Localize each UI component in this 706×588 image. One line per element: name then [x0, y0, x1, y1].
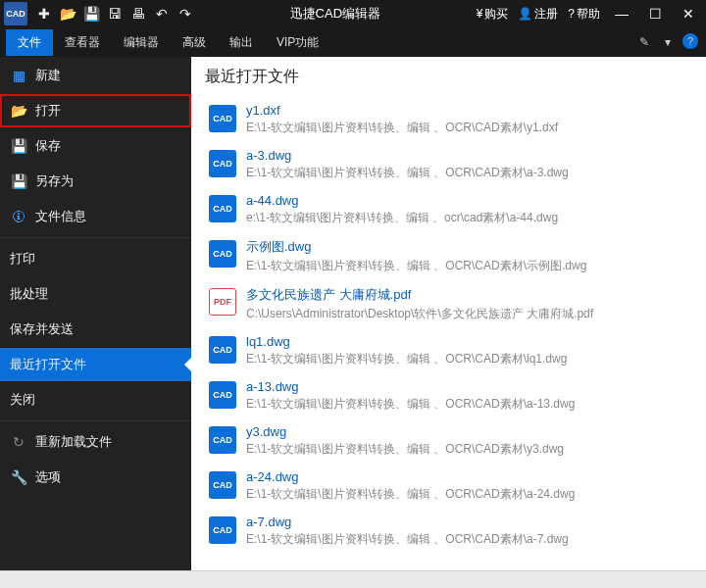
titlebar: CAD ✚ 📂 💾 🖫 🖶 ↶ ↷ 迅捷CAD编辑器 ¥购买 👤注册 ?帮助 ―…	[0, 0, 706, 27]
file-path: E:\1-软文编辑\图片资料\转换、编辑 、OCR\CAD素材\示例图.dwg	[246, 258, 688, 274]
file-row[interactable]: CADlq1.dwgE:\1-软文编辑\图片资料\转换、编辑 、OCR\CAD素…	[205, 328, 692, 373]
sidebar-item-10[interactable]: ↻重新加载文件	[0, 425, 191, 459]
main-panel: 最近打开文件 CADy1.dxfE:\1-软文编辑\图片资料\转换、编辑 、OC…	[191, 57, 706, 570]
statusbar	[0, 570, 706, 588]
file-row[interactable]: CADa-44.dwge:\1-软文编辑\图片资料\转换、编辑 、ocr\cad…	[205, 187, 692, 232]
file-path: E:\1-软文编辑\图片资料\转换、编辑 、OCR\CAD素材\y1.dxf	[246, 120, 688, 136]
save-icon[interactable]: 💾	[82, 5, 100, 23]
file-path: E:\1-软文编辑\图片资料\转换、编辑 、OCR\CAD素材\y3.dwg	[246, 441, 688, 458]
sidebar-item-3[interactable]: 💾另存为	[0, 165, 191, 198]
yen-icon: ¥	[477, 7, 483, 21]
sidebar-icon: ▦	[10, 67, 27, 84]
open-icon[interactable]: 📂	[59, 5, 76, 23]
redo-icon[interactable]: ↷	[176, 5, 194, 23]
file-row[interactable]: CADa-24.dwgE:\1-软文编辑\图片资料\转换、编辑 、OCR\CAD…	[205, 464, 692, 509]
sidebar-item-label: 打印	[10, 250, 35, 268]
menu-tab-1[interactable]: 查看器	[53, 29, 112, 56]
file-name: lq1.dwg	[246, 334, 688, 349]
file-row[interactable]: CADy1.dxfE:\1-软文编辑\图片资料\转换、编辑 、OCR\CAD素材…	[205, 97, 692, 142]
file-name: a-13.dwg	[246, 379, 688, 394]
file-path: E:\1-软文编辑\图片资料\转换、编辑 、OCR\CAD素材\a-13.dwg	[246, 396, 688, 413]
menu-tab-5[interactable]: VIP功能	[265, 29, 330, 56]
file-row[interactable]: PDF多文化民族遗产 大庸府城.pdfC:\Users\Administrato…	[205, 280, 692, 328]
cad-file-icon: CAD	[209, 336, 236, 364]
sidebar-icon: 💾	[10, 137, 27, 155]
file-path: E:\1-软文编辑\图片资料\转换、编辑 、OCR\CAD素材\a-7.dwg	[246, 531, 688, 548]
sidebar-item-7[interactable]: 保存并发送	[0, 313, 191, 346]
cad-file-icon: CAD	[209, 426, 236, 454]
user-icon: 👤	[518, 7, 532, 21]
sidebar-item-6[interactable]: 批处理	[0, 277, 191, 311]
print-icon[interactable]: 🖶	[129, 5, 147, 23]
quick-access-toolbar: ✚ 📂 💾 🖫 🖶 ↶ ↷	[35, 5, 194, 23]
cad-file-icon: CAD	[209, 471, 236, 499]
sidebar-item-label: 关闭	[10, 391, 35, 409]
dropdown-icon[interactable]: ▾	[659, 33, 677, 51]
cad-file-icon: CAD	[209, 195, 236, 222]
file-row[interactable]: CADy3.dwgE:\1-软文编辑\图片资料\转换、编辑 、OCR\CAD素材…	[205, 418, 692, 464]
sidebar-item-2[interactable]: 💾保存	[0, 129, 191, 163]
menu-tab-2[interactable]: 编辑器	[112, 29, 171, 56]
file-row[interactable]: CAD示例图.dwgE:\1-软文编辑\图片资料\转换、编辑 、OCR\CAD素…	[205, 232, 692, 280]
sidebar-item-1[interactable]: 📂打开	[0, 94, 191, 127]
file-name: a-44.dwg	[246, 193, 688, 208]
sidebar-icon: 🛈	[10, 208, 27, 225]
file-path: E:\1-软文编辑\图片资料\转换、编辑 、OCR\CAD素材\a-24.dwg	[246, 486, 688, 503]
menu-tab-4[interactable]: 输出	[218, 29, 265, 56]
edit-toolbar-icon[interactable]: ✎	[635, 33, 653, 51]
sidebar-icon: ↻	[10, 433, 27, 451]
sidebar-item-label: 重新加载文件	[35, 433, 112, 451]
sidebar-item-0[interactable]: ▦新建	[0, 59, 191, 92]
sidebar-item-label: 最近打开文件	[10, 356, 86, 373]
menu-tab-0[interactable]: 文件	[6, 29, 53, 56]
sidebar-icon: 💾	[10, 172, 27, 190]
save-as-icon[interactable]: 🖫	[106, 5, 124, 23]
sidebar-item-label: 保存并发送	[10, 320, 74, 338]
sidebar-item-label: 新建	[35, 67, 61, 84]
sidebar-item-5[interactable]: 打印	[0, 242, 191, 275]
file-row[interactable]: CADa-7.dwgE:\1-软文编辑\图片资料\转换、编辑 、OCR\CAD素…	[205, 509, 692, 554]
sidebar-item-label: 选项	[35, 468, 61, 486]
main-heading: 最近打开文件	[191, 57, 706, 93]
file-row[interactable]: CADa-3.dwgE:\1-软文编辑\图片资料\转换、编辑 、OCR\CAD素…	[205, 142, 692, 187]
file-name: 多文化民族遗产 大庸府城.pdf	[246, 286, 688, 304]
pdf-file-icon: PDF	[209, 288, 236, 316]
sidebar-item-label: 文件信息	[35, 208, 86, 225]
cad-file-icon: CAD	[209, 516, 236, 544]
app-logo-icon: CAD	[4, 2, 27, 25]
sidebar-icon: 📂	[10, 102, 27, 120]
help-button[interactable]: ?帮助	[568, 6, 600, 23]
maximize-button[interactable]: ☐	[643, 4, 667, 24]
file-path: C:\Users\Administrator\Desktop\软件\多文化民族遗…	[246, 306, 688, 322]
sidebar-item-label: 批处理	[10, 285, 48, 303]
cad-file-icon: CAD	[209, 150, 236, 177]
undo-icon[interactable]: ↶	[153, 5, 171, 23]
file-name: a-7.dwg	[246, 514, 688, 529]
question-icon: ?	[568, 7, 575, 21]
app-title: 迅捷CAD编辑器	[194, 5, 477, 23]
menu-tab-3[interactable]: 高级	[171, 29, 218, 56]
sidebar: ▦新建📂打开💾保存💾另存为🛈文件信息打印批处理保存并发送最近打开文件关闭↻重新加…	[0, 57, 191, 570]
file-path: E:\1-软文编辑\图片资料\转换、编辑 、OCR\CAD素材\a-3.dwg	[246, 165, 688, 181]
buy-button[interactable]: ¥购买	[477, 6, 509, 23]
file-name: 示例图.dwg	[246, 238, 688, 256]
sidebar-item-4[interactable]: 🛈文件信息	[0, 200, 191, 233]
file-name: y1.dxf	[246, 103, 688, 118]
sidebar-item-9[interactable]: 关闭	[0, 383, 191, 416]
close-button[interactable]: ✕	[677, 4, 700, 24]
menubar: 文件查看器编辑器高级输出VIP功能 ✎ ▾ ?	[0, 27, 706, 57]
register-button[interactable]: 👤注册	[518, 6, 558, 23]
help-round-icon[interactable]: ?	[682, 33, 698, 49]
new-icon[interactable]: ✚	[35, 5, 53, 23]
file-name: y3.dwg	[246, 424, 688, 439]
sidebar-icon: 🔧	[10, 468, 27, 486]
file-row[interactable]: CADa-13.dwgE:\1-软文编辑\图片资料\转换、编辑 、OCR\CAD…	[205, 373, 692, 418]
file-path: E:\1-软文编辑\图片资料\转换、编辑 、OCR\CAD素材\lq1.dwg	[246, 351, 688, 368]
file-name: a-24.dwg	[246, 469, 688, 484]
minimize-button[interactable]: ―	[610, 4, 633, 24]
file-name: a-3.dwg	[246, 148, 688, 163]
cad-file-icon: CAD	[209, 381, 236, 409]
sidebar-item-8[interactable]: 最近打开文件	[0, 348, 191, 381]
cad-file-icon: CAD	[209, 240, 236, 268]
sidebar-item-11[interactable]: 🔧选项	[0, 461, 191, 494]
